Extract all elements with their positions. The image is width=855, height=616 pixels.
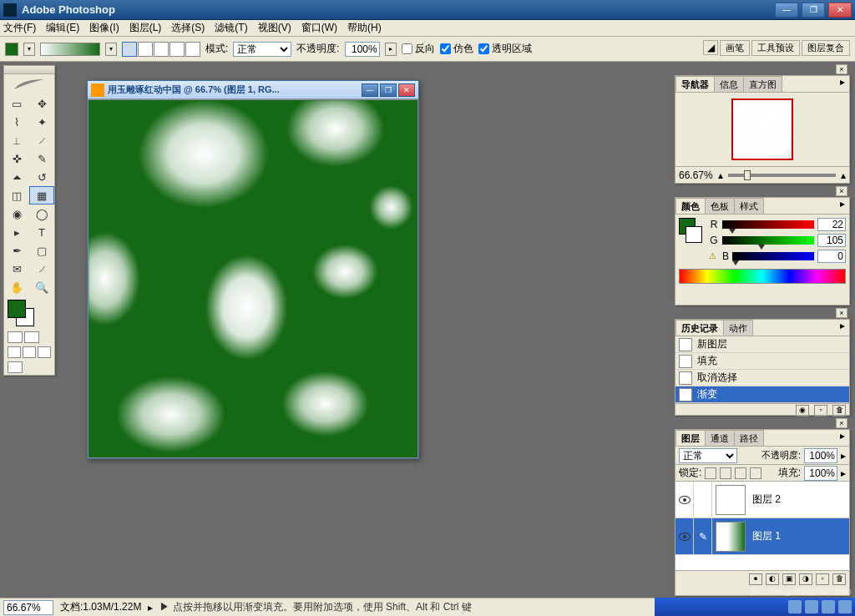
gradient-radial-icon[interactable] <box>138 42 153 57</box>
navigator-thumbnail-area[interactable] <box>675 93 849 166</box>
trash-icon[interactable]: 🗑 <box>832 405 846 417</box>
blur-tool[interactable]: ◉ <box>4 204 29 223</box>
lasso-tool[interactable]: ⌇ <box>4 113 29 131</box>
menu-image[interactable]: 图像(I) <box>89 21 119 35</box>
status-docsize-arrow-icon[interactable]: ▸ <box>148 602 153 613</box>
layer-fill-input[interactable] <box>804 466 837 481</box>
new-document-icon[interactable]: ▫ <box>814 405 827 417</box>
eyedropper-tool[interactable]: ⟋ <box>29 260 54 278</box>
menu-help[interactable]: 帮助(H) <box>347 21 382 35</box>
panel-close-icon[interactable]: × <box>836 418 847 428</box>
lock-all-icon[interactable] <box>750 467 761 479</box>
new-snapshot-icon[interactable]: ◉ <box>796 405 809 417</box>
tool-preset-dropdown[interactable]: ▾ <box>23 43 35 56</box>
tab-styles[interactable]: 样式 <box>734 198 764 214</box>
opacity-input[interactable] <box>345 42 380 57</box>
link-cell[interactable] <box>694 482 712 518</box>
history-item[interactable]: 取消选择 <box>675 370 849 386</box>
fill-arrow-icon[interactable]: ▸ <box>841 467 846 479</box>
maximize-button[interactable]: ❐ <box>802 3 825 18</box>
stamp-tool[interactable]: ⏶ <box>4 168 29 186</box>
crop-tool[interactable]: ⟂ <box>4 131 29 149</box>
gamut-warning-icon[interactable]: ⚠ <box>709 251 719 261</box>
color-spectrum[interactable] <box>679 269 846 284</box>
layer-set-icon[interactable]: ▣ <box>782 573 796 585</box>
layer-name[interactable]: 图层 1 <box>749 529 849 543</box>
tab-paths[interactable]: 路径 <box>734 430 764 446</box>
g-input[interactable] <box>817 234 846 247</box>
gradient-preview[interactable] <box>40 43 100 56</box>
lock-position-icon[interactable] <box>735 467 746 479</box>
layer-opacity-input[interactable] <box>804 448 837 463</box>
imageready-icon[interactable] <box>8 361 23 373</box>
dodge-tool[interactable]: ◯ <box>29 204 54 223</box>
opacity-arrow-icon[interactable]: ▸ <box>841 450 846 462</box>
r-slider[interactable] <box>722 220 814 229</box>
shape-tool[interactable]: ▢ <box>29 241 54 260</box>
document-titlebar[interactable]: 用玉雕琢红动中国 @ 66.7% (图层 1, RG... — ❐ ✕ <box>88 81 418 99</box>
menu-file[interactable]: 文件(F) <box>3 21 36 35</box>
history-item-current[interactable]: 渐变 <box>675 386 849 403</box>
heal-tool[interactable]: ✜ <box>4 149 29 168</box>
layer-row-selected[interactable]: ✎ 图层 1 <box>675 518 849 555</box>
eraser-tool[interactable]: ◫ <box>4 186 29 204</box>
color-background-swatch[interactable] <box>686 226 702 243</box>
r-input[interactable] <box>817 218 846 231</box>
history-item[interactable]: 填充 <box>675 353 849 370</box>
gradient-reflected-icon[interactable] <box>169 42 185 57</box>
panel-menu-icon[interactable]: ▸ <box>836 76 849 92</box>
screen-standard-icon[interactable] <box>8 346 21 358</box>
new-layer-icon[interactable]: ▫ <box>816 573 829 585</box>
tool-preset-icon[interactable] <box>5 43 18 56</box>
brush-tool[interactable]: ✎ <box>29 149 54 168</box>
marquee-tool[interactable]: ▭ <box>4 94 29 113</box>
layer-thumbnail[interactable] <box>716 522 746 552</box>
layer-name[interactable]: 图层 2 <box>749 492 849 507</box>
menu-filter[interactable]: 滤镜(T) <box>215 21 247 35</box>
navigator-thumbnail[interactable] <box>731 98 793 160</box>
tab-channels[interactable]: 通道 <box>705 430 735 446</box>
b-input[interactable] <box>817 250 846 263</box>
zoom-in-icon[interactable]: ▴ <box>841 169 846 181</box>
tab-swatches[interactable]: 色板 <box>705 198 735 214</box>
color-swatches[interactable] <box>4 296 54 330</box>
preset-layercomp[interactable]: 图层复合 <box>802 40 850 56</box>
gradient-diamond-icon[interactable] <box>185 42 200 57</box>
tab-navigator[interactable]: 导航器 <box>675 76 715 92</box>
transparency-checkbox[interactable]: 透明区域 <box>478 42 532 56</box>
tray-icon[interactable] <box>788 600 802 613</box>
notes-tool[interactable]: ✉ <box>4 260 29 278</box>
palette-grip[interactable] <box>4 66 54 74</box>
screen-full-menu-icon[interactable] <box>23 346 36 358</box>
doc-close-button[interactable]: ✕ <box>398 83 415 97</box>
history-brush-tool[interactable]: ↺ <box>29 168 54 186</box>
link-cell[interactable]: ✎ <box>694 518 712 555</box>
menu-edit[interactable]: 编辑(E) <box>46 21 79 35</box>
type-tool[interactable]: T <box>29 223 54 241</box>
brush-palette-icon[interactable]: ◢ <box>703 40 718 55</box>
g-slider[interactable] <box>722 236 814 245</box>
navigator-zoom-slider[interactable] <box>728 174 836 177</box>
gradient-angle-icon[interactable] <box>154 42 169 57</box>
color-swatch-pair[interactable] <box>679 218 702 265</box>
document-canvas[interactable] <box>88 99 418 458</box>
visibility-toggle[interactable] <box>675 482 694 518</box>
tab-history[interactable]: 历史记录 <box>675 320 724 336</box>
doc-maximize-button[interactable]: ❐ <box>380 83 397 97</box>
preset-brush[interactable]: 画笔 <box>720 40 750 56</box>
history-item[interactable]: 新图层 <box>675 336 849 353</box>
visibility-toggle[interactable] <box>675 518 694 555</box>
panel-menu-icon[interactable]: ▸ <box>836 320 849 336</box>
move-tool[interactable]: ✥ <box>29 94 54 113</box>
tab-color[interactable]: 颜色 <box>675 198 706 214</box>
tab-actions[interactable]: 动作 <box>723 320 753 336</box>
doc-minimize-button[interactable]: — <box>362 83 378 97</box>
delete-layer-icon[interactable]: 🗑 <box>832 573 846 585</box>
menu-view[interactable]: 视图(V) <box>258 21 291 35</box>
layer-blend-mode[interactable]: 正常 <box>679 448 737 463</box>
opacity-dropdown[interactable]: ▸ <box>385 43 397 56</box>
layer-row[interactable]: 图层 2 <box>675 482 849 518</box>
adjustment-layer-icon[interactable]: ◑ <box>799 573 812 585</box>
hand-tool[interactable]: ✋ <box>4 278 29 296</box>
zoom-tool[interactable]: 🔍 <box>29 278 54 296</box>
